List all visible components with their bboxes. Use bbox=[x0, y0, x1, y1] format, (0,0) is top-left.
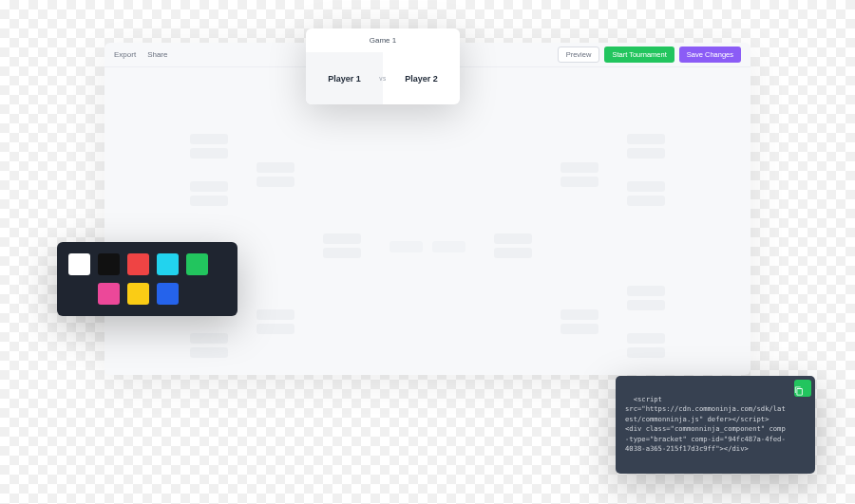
color-swatch-black[interactable] bbox=[98, 253, 120, 275]
embed-code-box: <script src="https://cdn.commoninja.com/… bbox=[616, 376, 815, 475]
bracket-slot[interactable] bbox=[256, 309, 294, 320]
bracket-slot[interactable] bbox=[627, 347, 665, 358]
bracket-slot[interactable] bbox=[627, 333, 665, 344]
bracket-slot[interactable] bbox=[494, 248, 532, 258]
bracket-slot[interactable] bbox=[627, 134, 665, 144]
color-palette bbox=[57, 242, 238, 316]
copy-code-button[interactable] bbox=[794, 380, 811, 397]
color-swatch-yellow[interactable] bbox=[127, 283, 149, 305]
bracket-slot[interactable] bbox=[494, 233, 532, 244]
bracket-slot[interactable] bbox=[256, 177, 294, 187]
bracket-slot[interactable] bbox=[323, 248, 361, 258]
color-swatch-blue[interactable] bbox=[157, 283, 179, 305]
bracket-slot[interactable] bbox=[190, 333, 228, 344]
color-swatch-red[interactable] bbox=[127, 253, 149, 275]
start-tournament-button[interactable]: Start Tournament bbox=[604, 47, 674, 63]
bracket-slot[interactable] bbox=[627, 148, 665, 159]
bracket-slot[interactable] bbox=[256, 324, 294, 334]
color-swatch-cyan[interactable] bbox=[157, 253, 179, 275]
bracket-slot-final[interactable] bbox=[390, 241, 423, 252]
bracket-slot-final[interactable] bbox=[432, 241, 466, 252]
bracket-slot[interactable] bbox=[627, 196, 665, 206]
copy-icon bbox=[794, 366, 811, 409]
bracket-canvas[interactable] bbox=[104, 67, 750, 375]
bracket-slot[interactable] bbox=[627, 181, 665, 192]
player-1[interactable]: Player 1 bbox=[306, 52, 383, 104]
bracket-slot[interactable] bbox=[323, 233, 361, 244]
bracket-slot[interactable] bbox=[627, 300, 665, 310]
bracket-slot[interactable] bbox=[560, 324, 598, 334]
bracket-slot[interactable] bbox=[560, 162, 598, 173]
vs-label: vs bbox=[379, 75, 387, 82]
bracket-slot[interactable] bbox=[560, 177, 598, 187]
bracket-slot[interactable] bbox=[560, 309, 598, 320]
game-card[interactable]: Game 1 Player 1 Player 2 vs bbox=[306, 28, 460, 104]
color-swatch-green[interactable] bbox=[186, 253, 208, 275]
bracket-slot[interactable] bbox=[190, 134, 228, 144]
game-title: Game 1 bbox=[306, 28, 460, 52]
save-changes-button[interactable]: Save Changes bbox=[679, 47, 741, 63]
export-link[interactable]: Export bbox=[114, 50, 136, 59]
bracket-slot[interactable] bbox=[190, 181, 228, 192]
player-2[interactable]: Player 2 bbox=[383, 52, 460, 104]
bracket-slot[interactable] bbox=[190, 148, 228, 159]
preview-button[interactable]: Preview bbox=[558, 47, 600, 63]
bracket-slot[interactable] bbox=[190, 196, 228, 206]
color-swatch-pink[interactable] bbox=[98, 283, 120, 305]
share-link[interactable]: Share bbox=[147, 50, 167, 59]
bracket-slot[interactable] bbox=[256, 162, 294, 173]
bracket-slot[interactable] bbox=[627, 286, 665, 296]
embed-code-text: <script src="https://cdn.commoninja.com/… bbox=[625, 395, 786, 453]
color-swatch-white[interactable] bbox=[68, 253, 90, 275]
bracket-slot[interactable] bbox=[190, 347, 228, 358]
